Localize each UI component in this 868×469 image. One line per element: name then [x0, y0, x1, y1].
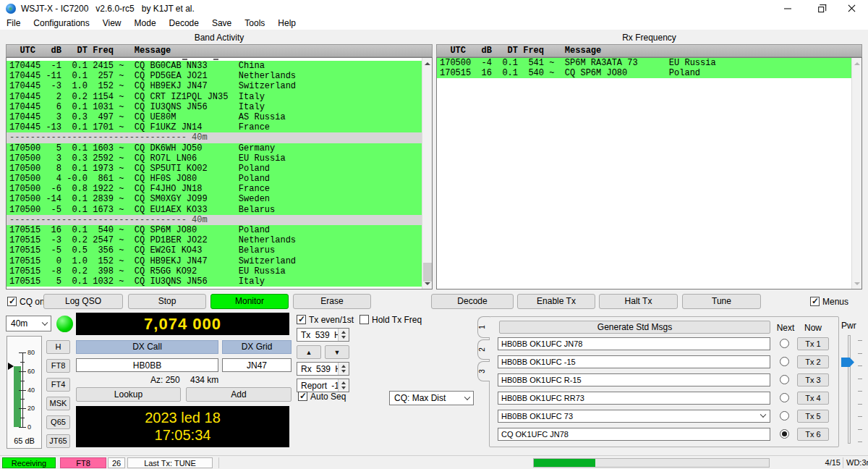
log-qso-button[interactable]: Log QSO [43, 294, 123, 309]
decode-row[interactable]: 170515 5 0.1 1032 ~ CQ IU3QNS JN56 Italy [7, 276, 422, 287]
tx6-message-field[interactable] [498, 428, 770, 441]
mode-jt65-button[interactable]: JT65 [46, 434, 70, 448]
add-button[interactable]: Add [186, 387, 292, 402]
menu-mode[interactable]: Mode [128, 17, 163, 30]
freq-down-button[interactable]: ▼ [325, 345, 349, 359]
decode-row[interactable]: 170445 2 0.2 1154 ~ CQ CRT IZ1PQL JN35 I… [7, 92, 422, 102]
band-activity-scrollbar[interactable] [422, 58, 432, 289]
mode-ft8-button[interactable]: FT8 [46, 359, 70, 373]
decode-row[interactable]: 170515 16 0.1 540 ~ CQ SP6M JO80 Poland [7, 225, 422, 235]
decode-row[interactable]: 170500 4 -0.0 861 ~ CQ HF0S JO80 Poland [7, 174, 422, 184]
decode-row[interactable]: 170445 -3 1.0 152 ~ CQ HB9EKJ JN47 Switz… [7, 81, 422, 91]
msg-tab-2[interactable]: 2 [477, 339, 490, 360]
lookup-button[interactable]: Lookup [76, 387, 181, 402]
decode-row[interactable]: 170500 -6 0.8 1922 ~ CQ F4JHO JN18 Franc… [7, 184, 422, 194]
spin-buttons-icon[interactable] [338, 363, 349, 375]
tx-freq-spinner[interactable]: Tx 539 Hz [297, 328, 349, 342]
decode-row[interactable]: 170515 -5 0.5 356 ~ CQ EW2GI KO43 Belaru… [7, 245, 422, 255]
spin-buttons-icon[interactable] [338, 329, 349, 341]
stop-button[interactable]: Stop [128, 294, 206, 309]
mode-ft4-button[interactable]: FT4 [46, 378, 70, 392]
wsjtx-main-window: WSJT-X - IC7200 v2.6.0-rc5 by K1JT et al… [0, 0, 868, 469]
minimize-button[interactable] [771, 0, 804, 17]
decode-row[interactable]: 170515 -3 0.2 2547 ~ CQ PD1BER JO22 Neth… [7, 235, 422, 245]
menu-configurations[interactable]: Configurations [27, 17, 95, 30]
decode-row[interactable]: 170445 3 0.3 497 ~ CQ UE80M AS Russia [7, 112, 422, 122]
tx6-next-radio[interactable] [780, 429, 789, 439]
scroll-down-icon[interactable] [852, 278, 862, 289]
menu-file[interactable]: File [0, 17, 27, 30]
status-bar: Receiving FT8 26 Last Tx: TUNE 4/15 WD:3… [0, 455, 868, 469]
msg-tab-1[interactable]: 1 [477, 316, 490, 338]
band-select-dropdown[interactable]: 40m [6, 316, 51, 331]
auto-seq-checkbox[interactable] [298, 392, 307, 401]
tx-even-checkbox[interactable] [297, 315, 306, 324]
decode-row[interactable]: 170500 8 0.1 1973 ~ CQ SP5UTI KO02 Polan… [7, 164, 422, 174]
menu-view[interactable]: View [96, 17, 128, 30]
freq-up-button[interactable]: ▲ [297, 345, 321, 359]
monitor-button[interactable]: Monitor [210, 294, 289, 309]
decode-row[interactable]: 170500 3 0.3 2592 ~ CQ RO7L LN06 EU Russ… [7, 153, 422, 164]
signal-meter: 65 dB 806040200 [7, 336, 42, 449]
cq-mode-dropdown[interactable]: CQ: Max Dist [389, 391, 474, 405]
tx6-now-button[interactable]: Tx 6 [797, 428, 829, 441]
dx-grid-field[interactable] [222, 358, 292, 372]
tx4-now-button[interactable]: Tx 4 [797, 392, 829, 405]
decode-row[interactable]: 170445 6 0.1 1031 ~ CQ IU3QNS JN56 Italy [7, 102, 422, 112]
mode-q65-button[interactable]: Q65 [46, 415, 70, 429]
tx1-next-radio[interactable] [780, 339, 789, 348]
menu-help[interactable]: Help [271, 17, 302, 30]
halt-tx-button[interactable]: Halt Tx [599, 294, 678, 309]
enable-tx-button[interactable]: Enable Tx [517, 294, 595, 309]
cq-only-checkbox[interactable] [7, 297, 17, 306]
generate-std-msgs-button[interactable]: Generate Std Msgs [499, 321, 770, 334]
restore-button[interactable] [804, 0, 836, 17]
decode-row[interactable]: 170445 -1 0.1 2415 ~ CQ BG0CAB NN33 Chin… [7, 61, 422, 71]
rx-freq-spinner[interactable]: Rx 539 Hz [297, 362, 349, 376]
tx5-now-button[interactable]: Tx 5 [797, 410, 829, 423]
decode-row[interactable]: 170500 -5 0.1 1673 ~ CQ EU1AEX KO33 Bela… [7, 205, 422, 215]
dx-call-field[interactable] [76, 358, 218, 372]
decode-button[interactable]: Decode [431, 294, 514, 309]
decode-row[interactable]: 170515 0 1.0 152 ~ CQ HB9EKJ JN47 Switze… [7, 256, 422, 266]
tx3-message-field[interactable] [498, 373, 770, 386]
tx2-message-field[interactable] [498, 355, 770, 368]
tx5-message-field[interactable] [498, 410, 770, 423]
hold-tx-checkbox[interactable] [359, 315, 369, 324]
decode-row[interactable]: 170445 -13 0.1 1701 ~ CQ F1UKZ JN14 Fran… [7, 122, 422, 132]
menu-tools[interactable]: Tools [238, 17, 271, 30]
meter-tick [19, 352, 26, 353]
pwr-slider-handle[interactable] [841, 358, 854, 367]
rx-frequency-scrollbar[interactable] [851, 58, 861, 289]
decode-row[interactable]: 170515 -8 0.2 398 ~ CQ R5GG KO92 EU Russ… [7, 266, 422, 276]
tx1-message-field[interactable] [498, 337, 770, 350]
scroll-up-icon[interactable] [422, 58, 433, 69]
close-button[interactable] [835, 0, 868, 17]
menu-decode[interactable]: Decode [163, 17, 205, 30]
mode-msk-button[interactable]: MSK [46, 397, 70, 410]
tx4-message-field[interactable] [498, 392, 770, 405]
decode-row[interactable]: 170500 -4 0.1 541 ~ SP6M RA3ATA 73 EU Ru… [437, 58, 851, 68]
tx5-next-radio[interactable] [780, 411, 789, 421]
erase-button[interactable]: Erase [293, 294, 371, 309]
scroll-up-icon[interactable] [852, 58, 862, 69]
decode-row[interactable]: 170515 16 0.1 540 ~ CQ SP6M JO80 Poland [437, 68, 851, 78]
tx1-now-button[interactable]: Tx 1 [797, 337, 829, 350]
tx2-now-button[interactable]: Tx 2 [797, 355, 829, 368]
spin-buttons-icon[interactable] [338, 379, 349, 392]
mode-h-button[interactable]: H [46, 340, 70, 354]
decode-row[interactable]: 170445 -11 0.1 257 ~ CQ PD5GEA JO21 Neth… [7, 71, 422, 81]
scroll-down-icon[interactable] [422, 278, 433, 289]
tx2-next-radio[interactable] [780, 357, 789, 366]
decode-row[interactable]: 170500 -14 0.1 2839 ~ CQ SM0XGY JO99 Swe… [7, 194, 422, 204]
date-text: 2023 led 18 [76, 409, 289, 426]
menus-checkbox[interactable] [810, 297, 820, 306]
decode-row[interactable]: 170500 5 0.1 1603 ~ CQ DK6WH JO50 German… [7, 143, 422, 153]
tx3-now-button[interactable]: Tx 3 [797, 373, 829, 386]
tx3-next-radio[interactable] [780, 375, 789, 384]
tune-button[interactable]: Tune [682, 294, 761, 309]
pwr-slider-track[interactable] [848, 335, 851, 444]
tx4-next-radio[interactable] [780, 393, 789, 402]
msg-tab-3[interactable]: 3 [477, 361, 490, 381]
menu-save[interactable]: Save [205, 17, 238, 30]
